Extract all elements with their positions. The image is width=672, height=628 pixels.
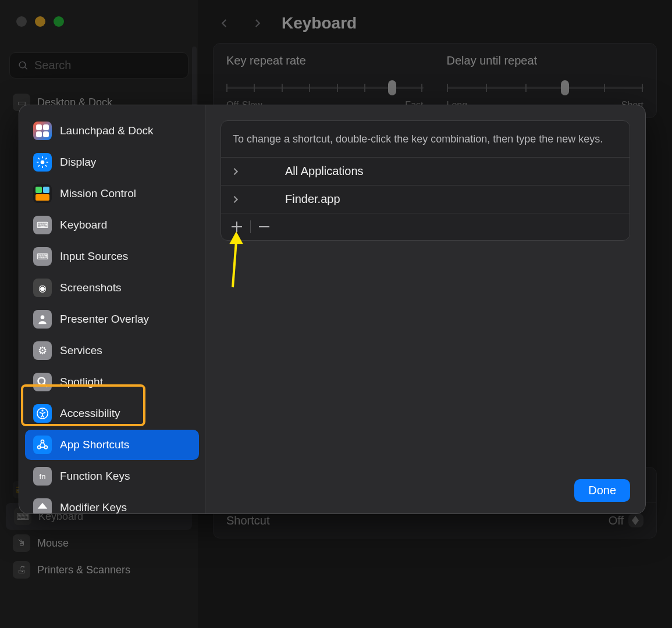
search-input[interactable] <box>34 59 180 72</box>
category-label: Screenshots <box>60 281 122 294</box>
category-label: Services <box>60 344 102 357</box>
screenshot-icon: ◉ <box>33 279 52 297</box>
page-title: Keyboard <box>282 14 357 33</box>
sidebar-item-label: Printers & Scanners <box>37 564 130 576</box>
svg-marker-3 <box>632 520 639 525</box>
category-item-presenter[interactable]: Presenter Overlay <box>25 304 199 334</box>
svg-point-6 <box>38 378 45 385</box>
category-item-modifier[interactable]: Modifier Keys <box>25 493 199 513</box>
chevron-right-icon <box>232 167 240 176</box>
svg-point-5 <box>41 315 45 319</box>
category-item-accessibility[interactable]: Accessibility <box>25 398 199 429</box>
category-item-spotlight[interactable]: Spotlight <box>25 367 199 397</box>
shortcut-categories-sidebar: Launchpad & DockDisplayMission Control⌨K… <box>19 105 205 513</box>
category-item-screenshot[interactable]: ◉Screenshots <box>25 273 199 303</box>
svg-line-7 <box>44 384 48 387</box>
search-icon <box>18 60 29 72</box>
presenter-icon <box>33 310 52 329</box>
category-item-keyboard[interactable]: ⌨Keyboard <box>25 210 199 240</box>
shortcut-select[interactable] <box>628 513 643 527</box>
category-item-launchpad[interactable]: Launchpad & Dock <box>25 116 199 146</box>
add-shortcut-button[interactable] <box>229 219 244 234</box>
shortcut-group-finder[interactable]: Finder.app <box>221 185 630 213</box>
sidebar-item-printers[interactable]: 🖨 Printers & Scanners <box>0 556 198 583</box>
spotlight-icon <box>33 373 52 391</box>
shortcut-label: Shortcut <box>226 514 269 527</box>
fullscreen-icon[interactable] <box>54 16 64 27</box>
shortcut-instructions: To change a shortcut, double-click the k… <box>221 121 630 158</box>
sidebar-item-mouse[interactable]: 🖱 Mouse <box>0 530 198 556</box>
sidebar-item-label: Mouse <box>37 537 69 550</box>
mission-icon <box>33 184 52 203</box>
category-label: Function Keys <box>60 470 130 483</box>
close-icon[interactable] <box>16 16 27 27</box>
svg-marker-2 <box>632 516 639 520</box>
done-button[interactable]: Done <box>574 479 630 502</box>
category-label: Input Sources <box>60 250 128 263</box>
keyboard-icon: ⌨ <box>33 216 52 234</box>
delay-repeat-label: Delay until repeat <box>447 54 644 67</box>
shortcut-group-label: All Applications <box>285 165 364 178</box>
separator <box>250 220 251 233</box>
category-item-services[interactable]: ⚙Services <box>25 336 199 366</box>
category-label: App Shortcuts <box>60 438 129 451</box>
keyboard-shortcuts-sheet: Launchpad & DockDisplayMission Control⌨K… <box>19 105 646 514</box>
chevron-right-icon <box>232 195 240 204</box>
svg-point-4 <box>41 160 45 165</box>
remove-shortcut-button[interactable] <box>257 219 272 234</box>
shortcut-value: Off <box>609 514 624 527</box>
forward-button[interactable] <box>249 15 265 31</box>
category-label: Spotlight <box>60 376 103 388</box>
chevron-updown-icon <box>632 516 640 525</box>
minus-icon <box>259 222 269 232</box>
category-item-fn[interactable]: fnFunction Keys <box>25 461 199 491</box>
appshortcuts-icon <box>33 436 52 454</box>
minimize-icon[interactable] <box>35 16 45 27</box>
accessibility-icon <box>33 404 52 423</box>
category-label: Accessibility <box>60 407 120 420</box>
search-input-wrap[interactable] <box>9 52 189 78</box>
fn-icon: fn <box>33 467 52 486</box>
shortcut-list-box: To change a shortcut, double-click the k… <box>221 120 630 241</box>
category-label: Presenter Overlay <box>60 313 149 326</box>
category-label: Display <box>60 156 96 169</box>
key-repeat-label: Key repeat rate <box>226 54 424 67</box>
category-item-display[interactable]: Display <box>25 147 199 177</box>
mouse-icon: 🖱 <box>13 534 30 552</box>
shortcut-group-label: Finder.app <box>285 192 340 206</box>
window-controls <box>16 16 64 27</box>
key-repeat-slider[interactable] <box>226 79 424 97</box>
category-item-input[interactable]: ⌨Input Sources <box>25 241 199 272</box>
printer-icon: 🖨 <box>13 561 30 579</box>
shortcut-group-all-applications[interactable]: All Applications <box>221 158 630 185</box>
category-label: Launchpad & Dock <box>60 124 154 137</box>
launchpad-icon <box>33 122 52 140</box>
back-button[interactable] <box>216 15 233 31</box>
category-item-appshortcuts[interactable]: App Shortcuts <box>25 430 199 460</box>
svg-rect-13 <box>259 226 269 227</box>
display-icon <box>33 153 52 172</box>
svg-point-9 <box>41 409 43 411</box>
input-icon: ⌨ <box>33 247 52 266</box>
category-item-mission[interactable]: Mission Control <box>25 179 199 209</box>
category-label: Keyboard <box>60 219 107 231</box>
plus-icon <box>232 222 242 232</box>
delay-repeat-slider[interactable] <box>447 79 644 97</box>
modifier-icon <box>33 498 52 513</box>
services-icon: ⚙ <box>33 341 52 360</box>
category-label: Modifier Keys <box>60 501 127 513</box>
category-label: Mission Control <box>60 187 136 200</box>
